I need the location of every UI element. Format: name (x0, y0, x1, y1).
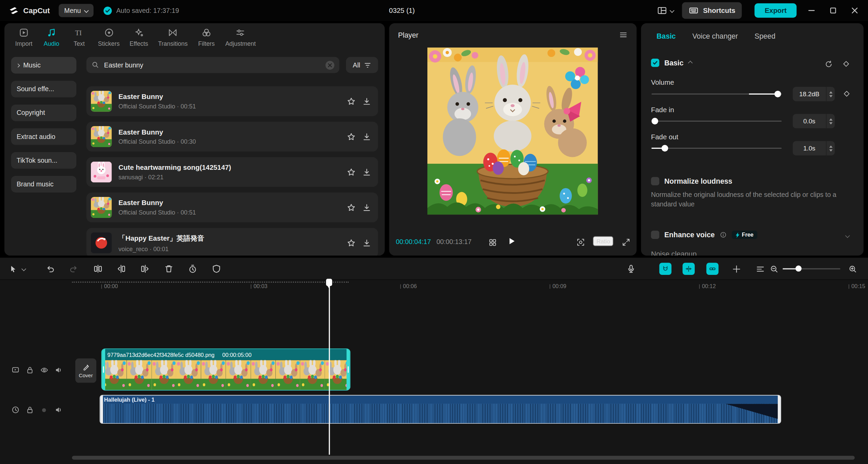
horizontal-scrollbar[interactable] (72, 456, 855, 460)
slider-handle[interactable] (652, 118, 658, 125)
expand-icon[interactable] (845, 233, 850, 238)
video-clip[interactable]: 9779aa713d2d6ec42f3428fe5c d50480.png 00… (101, 348, 350, 390)
download-button[interactable] (362, 202, 371, 212)
clip-trim-handle-right[interactable] (347, 349, 350, 390)
clip-trim-handle-right[interactable] (778, 396, 780, 423)
export-button[interactable]: Export (755, 3, 796, 18)
sidebar-item-sound-effects[interactable]: Sound effe... (11, 81, 77, 97)
enhance-voice-checkbox[interactable] (651, 231, 659, 239)
download-button[interactable] (362, 238, 371, 248)
preview-focus-button[interactable] (572, 234, 589, 250)
playhead-handle[interactable] (326, 279, 332, 286)
tab-basic[interactable]: Basic (657, 32, 676, 40)
mask-button[interactable] (208, 261, 225, 277)
preview-canvas[interactable] (427, 47, 598, 215)
step-up-icon[interactable] (829, 91, 832, 93)
fullscreen-button[interactable] (618, 234, 634, 250)
fade-out-slider[interactable] (652, 144, 782, 152)
zoom-out-button[interactable] (766, 261, 782, 277)
snapping-toggle[interactable] (682, 263, 695, 275)
menu-button[interactable]: Menu (59, 4, 94, 17)
audio-track-row[interactable]: Easter Bunny Official Sound Studio · 00:… (86, 193, 378, 222)
volume-value-box[interactable]: 18.2dB (793, 87, 835, 101)
maximize-button[interactable] (827, 7, 840, 15)
clear-search-button[interactable] (326, 61, 334, 69)
download-button[interactable] (362, 96, 371, 106)
basic-checkbox[interactable] (651, 59, 659, 67)
fade-out-stepper[interactable] (826, 141, 835, 155)
slider-track[interactable] (652, 148, 782, 149)
sidebar-item-tiktok-sounds[interactable]: TikTok soun... (11, 152, 77, 169)
lock-icon[interactable] (25, 366, 34, 375)
fade-out-value-box[interactable]: 1.0s (793, 141, 835, 155)
minimize-button[interactable] (805, 7, 818, 15)
audio-track-row[interactable]: 「Happy Easter」英語発音 voice_reco · 00:01 (86, 228, 378, 256)
freeze-frame-button[interactable] (184, 261, 201, 277)
search-box[interactable] (86, 57, 340, 73)
main-track-icon[interactable] (11, 366, 20, 375)
play-button[interactable] (503, 233, 520, 249)
slider-track[interactable] (652, 121, 782, 122)
frame-grid-button[interactable] (484, 234, 501, 250)
magnetic-toggle[interactable] (659, 263, 672, 275)
normalize-checkbox[interactable] (651, 177, 659, 185)
reset-icon[interactable] (824, 60, 833, 68)
split-button[interactable] (90, 261, 106, 277)
favorite-button[interactable] (346, 132, 356, 141)
clock-icon[interactable] (11, 405, 20, 414)
tab-adjustment[interactable]: Adjustment (220, 28, 261, 52)
favorite-button[interactable] (346, 202, 356, 212)
slider-handle[interactable] (661, 145, 668, 152)
lock-icon[interactable] (25, 405, 34, 414)
volume-stepper[interactable] (826, 87, 835, 101)
zoom-slider-handle[interactable] (795, 265, 802, 271)
tab-audio[interactable]: Audio (38, 28, 65, 52)
tab-speed[interactable]: Speed (755, 32, 775, 40)
tool-caret-icon[interactable] (21, 266, 26, 271)
linking-toggle[interactable] (706, 263, 718, 275)
keyframe-diamond-icon[interactable] (843, 89, 851, 98)
tab-stickers[interactable]: Stickers (93, 28, 124, 52)
undo-button[interactable] (42, 261, 59, 277)
volume-slider[interactable] (652, 90, 782, 98)
sidebar-item-music[interactable]: Music (11, 57, 77, 74)
ratio-button[interactable]: Ratio (593, 236, 614, 246)
step-up-icon[interactable] (829, 145, 832, 147)
fade-in-slider[interactable] (652, 117, 782, 125)
download-button[interactable] (362, 167, 371, 177)
clip-trim-handle-left[interactable] (100, 396, 103, 423)
step-down-icon[interactable] (829, 95, 832, 97)
select-tool-button[interactable] (5, 261, 20, 277)
tab-text[interactable]: TI Text (65, 28, 93, 52)
favorite-button[interactable] (346, 96, 356, 106)
tab-transitions[interactable]: Transitions (153, 28, 193, 52)
audio-track-row[interactable]: Easter Bunny Official Sound Studio · 00:… (86, 86, 378, 116)
delete-right-button[interactable] (137, 261, 153, 277)
preview-axis-button[interactable] (728, 261, 745, 277)
sidebar-item-copyright[interactable]: Copyright (11, 104, 77, 121)
zoom-in-button[interactable] (844, 261, 861, 277)
step-down-icon[interactable] (829, 122, 832, 124)
delete-button[interactable] (160, 261, 177, 277)
keyframe-diamond-icon[interactable] (842, 60, 850, 68)
playhead[interactable] (329, 280, 330, 455)
favorite-button[interactable] (346, 167, 356, 177)
collapse-icon[interactable] (688, 60, 693, 65)
download-button[interactable] (362, 132, 371, 141)
favorite-button[interactable] (346, 238, 356, 248)
shortcuts-button[interactable]: Shortcuts (682, 2, 742, 19)
cover-button[interactable]: Cover (75, 359, 96, 383)
close-button[interactable] (848, 7, 861, 15)
search-input[interactable] (104, 61, 321, 69)
step-up-icon[interactable] (829, 118, 832, 120)
filter-all-button[interactable]: All (346, 57, 378, 73)
basic-section-header[interactable]: Basic (651, 59, 692, 67)
fade-in-stepper[interactable] (826, 114, 835, 128)
tab-voice-changer[interactable]: Voice changer (692, 32, 738, 40)
step-down-icon[interactable] (829, 149, 832, 152)
mute-icon[interactable] (54, 405, 63, 414)
visibility-icon[interactable] (40, 366, 49, 375)
audio-track-row[interactable]: Cute heartwarming song(1425147) sanusagi… (86, 157, 378, 187)
player-menu-icon[interactable] (619, 31, 628, 39)
record-voiceover-button[interactable] (623, 261, 639, 277)
